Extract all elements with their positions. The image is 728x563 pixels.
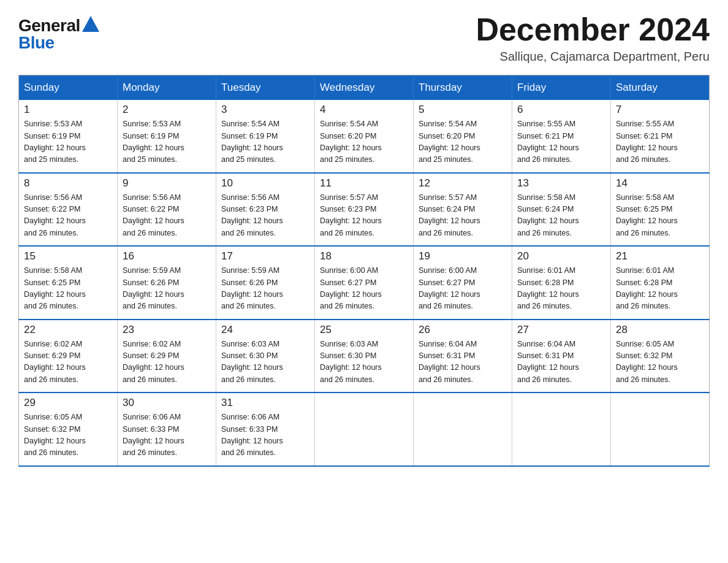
table-row bbox=[315, 393, 414, 466]
table-row: 27 Sunrise: 6:04 AM Sunset: 6:31 PM Dayl… bbox=[512, 320, 611, 393]
col-thursday: Thursday bbox=[414, 75, 512, 101]
day-number: 16 bbox=[123, 250, 211, 262]
day-number: 25 bbox=[320, 324, 408, 336]
table-row: 18 Sunrise: 6:00 AM Sunset: 6:27 PM Dayl… bbox=[315, 246, 414, 320]
table-row: 16 Sunrise: 5:59 AM Sunset: 6:26 PM Dayl… bbox=[118, 246, 216, 320]
table-row: 31 Sunrise: 6:06 AM Sunset: 6:33 PM Dayl… bbox=[216, 393, 315, 466]
day-info: Sunrise: 5:56 AM Sunset: 6:22 PM Dayligh… bbox=[123, 192, 211, 240]
page-title: December 2024 bbox=[476, 12, 710, 47]
day-number: 8 bbox=[24, 177, 112, 190]
col-sunday: Sunday bbox=[19, 75, 118, 101]
table-row: 8 Sunrise: 5:56 AM Sunset: 6:22 PM Dayli… bbox=[19, 173, 118, 247]
day-info: Sunrise: 5:58 AM Sunset: 6:24 PM Dayligh… bbox=[517, 192, 605, 240]
table-row: 20 Sunrise: 6:01 AM Sunset: 6:28 PM Dayl… bbox=[512, 246, 611, 320]
day-number: 5 bbox=[419, 104, 507, 116]
day-info: Sunrise: 6:02 AM Sunset: 6:29 PM Dayligh… bbox=[123, 339, 211, 386]
day-number: 11 bbox=[320, 177, 408, 190]
table-row: 21 Sunrise: 6:01 AM Sunset: 6:28 PM Dayl… bbox=[611, 246, 710, 320]
day-info: Sunrise: 5:54 AM Sunset: 6:19 PM Dayligh… bbox=[221, 118, 309, 166]
calendar-week-row: 29 Sunrise: 6:05 AM Sunset: 6:32 PM Dayl… bbox=[19, 393, 710, 466]
day-number: 4 bbox=[320, 104, 408, 116]
table-row: 2 Sunrise: 5:53 AM Sunset: 6:19 PM Dayli… bbox=[118, 100, 216, 173]
table-row: 28 Sunrise: 6:05 AM Sunset: 6:32 PM Dayl… bbox=[611, 320, 710, 393]
table-row: 19 Sunrise: 6:00 AM Sunset: 6:27 PM Dayl… bbox=[414, 246, 512, 320]
subtitle: Sallique, Cajamarca Department, Peru bbox=[476, 50, 710, 64]
day-info: Sunrise: 6:04 AM Sunset: 6:31 PM Dayligh… bbox=[517, 339, 605, 386]
table-row: 5 Sunrise: 5:54 AM Sunset: 6:20 PM Dayli… bbox=[414, 100, 512, 173]
day-number: 23 bbox=[123, 324, 211, 336]
day-number: 10 bbox=[221, 177, 309, 190]
calendar-table: Sunday Monday Tuesday Wednesday Thursday… bbox=[18, 75, 710, 467]
col-saturday: Saturday bbox=[611, 75, 710, 101]
day-info: Sunrise: 5:59 AM Sunset: 6:26 PM Dayligh… bbox=[123, 265, 211, 313]
day-number: 2 bbox=[123, 104, 211, 116]
table-row: 29 Sunrise: 6:05 AM Sunset: 6:32 PM Dayl… bbox=[19, 393, 118, 466]
day-number: 29 bbox=[24, 397, 112, 409]
day-info: Sunrise: 6:00 AM Sunset: 6:27 PM Dayligh… bbox=[419, 265, 507, 313]
table-row: 10 Sunrise: 5:56 AM Sunset: 6:23 PM Dayl… bbox=[216, 173, 315, 247]
day-number: 26 bbox=[419, 324, 507, 336]
day-number: 24 bbox=[221, 324, 309, 336]
day-number: 21 bbox=[616, 250, 704, 262]
day-info: Sunrise: 5:55 AM Sunset: 6:21 PM Dayligh… bbox=[616, 118, 704, 166]
logo-icon bbox=[82, 16, 99, 32]
day-info: Sunrise: 6:00 AM Sunset: 6:27 PM Dayligh… bbox=[320, 265, 408, 313]
day-number: 6 bbox=[517, 104, 605, 116]
day-info: Sunrise: 5:53 AM Sunset: 6:19 PM Dayligh… bbox=[24, 118, 112, 166]
col-wednesday: Wednesday bbox=[315, 75, 414, 101]
day-number: 14 bbox=[616, 177, 704, 190]
day-number: 31 bbox=[221, 397, 309, 409]
day-info: Sunrise: 5:57 AM Sunset: 6:24 PM Dayligh… bbox=[419, 192, 507, 240]
day-info: Sunrise: 5:58 AM Sunset: 6:25 PM Dayligh… bbox=[24, 265, 112, 313]
day-info: Sunrise: 6:05 AM Sunset: 6:32 PM Dayligh… bbox=[616, 339, 704, 386]
table-row: 11 Sunrise: 5:57 AM Sunset: 6:23 PM Dayl… bbox=[315, 173, 414, 247]
table-row: 3 Sunrise: 5:54 AM Sunset: 6:19 PM Dayli… bbox=[216, 100, 315, 173]
table-row: 24 Sunrise: 6:03 AM Sunset: 6:30 PM Dayl… bbox=[216, 320, 315, 393]
day-info: Sunrise: 5:58 AM Sunset: 6:25 PM Dayligh… bbox=[616, 192, 704, 240]
table-row: 1 Sunrise: 5:53 AM Sunset: 6:19 PM Dayli… bbox=[19, 100, 118, 173]
table-row bbox=[512, 393, 611, 466]
logo-blue-text: Blue bbox=[18, 34, 55, 52]
day-info: Sunrise: 6:03 AM Sunset: 6:30 PM Dayligh… bbox=[320, 339, 408, 386]
logo-general-text: General bbox=[18, 17, 80, 34]
table-row: 12 Sunrise: 5:57 AM Sunset: 6:24 PM Dayl… bbox=[414, 173, 512, 247]
table-row: 25 Sunrise: 6:03 AM Sunset: 6:30 PM Dayl… bbox=[315, 320, 414, 393]
col-monday: Monday bbox=[118, 75, 216, 101]
table-row: 7 Sunrise: 5:55 AM Sunset: 6:21 PM Dayli… bbox=[611, 100, 710, 173]
day-info: Sunrise: 5:55 AM Sunset: 6:21 PM Dayligh… bbox=[517, 118, 605, 166]
table-row: 6 Sunrise: 5:55 AM Sunset: 6:21 PM Dayli… bbox=[512, 100, 611, 173]
day-info: Sunrise: 5:56 AM Sunset: 6:23 PM Dayligh… bbox=[221, 192, 309, 240]
day-number: 13 bbox=[517, 177, 605, 190]
table-row: 13 Sunrise: 5:58 AM Sunset: 6:24 PM Dayl… bbox=[512, 173, 611, 247]
table-row: 14 Sunrise: 5:58 AM Sunset: 6:25 PM Dayl… bbox=[611, 173, 710, 247]
day-info: Sunrise: 5:54 AM Sunset: 6:20 PM Dayligh… bbox=[320, 118, 408, 166]
day-info: Sunrise: 5:56 AM Sunset: 6:22 PM Dayligh… bbox=[24, 192, 112, 240]
table-row: 15 Sunrise: 5:58 AM Sunset: 6:25 PM Dayl… bbox=[19, 246, 118, 320]
day-number: 12 bbox=[419, 177, 507, 190]
calendar-week-row: 22 Sunrise: 6:02 AM Sunset: 6:29 PM Dayl… bbox=[19, 320, 710, 393]
day-number: 22 bbox=[24, 324, 112, 336]
col-tuesday: Tuesday bbox=[216, 75, 315, 101]
day-info: Sunrise: 6:06 AM Sunset: 6:33 PM Dayligh… bbox=[221, 412, 309, 459]
day-info: Sunrise: 6:03 AM Sunset: 6:30 PM Dayligh… bbox=[221, 339, 309, 386]
day-number: 9 bbox=[123, 177, 211, 190]
day-info: Sunrise: 6:05 AM Sunset: 6:32 PM Dayligh… bbox=[24, 412, 112, 459]
day-number: 18 bbox=[320, 250, 408, 262]
calendar-header-row: Sunday Monday Tuesday Wednesday Thursday… bbox=[19, 75, 710, 101]
day-info: Sunrise: 5:53 AM Sunset: 6:19 PM Dayligh… bbox=[123, 118, 211, 166]
day-info: Sunrise: 6:02 AM Sunset: 6:29 PM Dayligh… bbox=[24, 339, 112, 386]
day-info: Sunrise: 5:57 AM Sunset: 6:23 PM Dayligh… bbox=[320, 192, 408, 240]
day-number: 28 bbox=[616, 324, 704, 336]
day-info: Sunrise: 6:01 AM Sunset: 6:28 PM Dayligh… bbox=[517, 265, 605, 313]
table-row: 4 Sunrise: 5:54 AM Sunset: 6:20 PM Dayli… bbox=[315, 100, 414, 173]
table-row: 26 Sunrise: 6:04 AM Sunset: 6:31 PM Dayl… bbox=[414, 320, 512, 393]
table-row: 30 Sunrise: 6:06 AM Sunset: 6:33 PM Dayl… bbox=[118, 393, 216, 466]
day-info: Sunrise: 5:59 AM Sunset: 6:26 PM Dayligh… bbox=[221, 265, 309, 313]
day-number: 20 bbox=[517, 250, 605, 262]
day-number: 15 bbox=[24, 250, 112, 262]
day-number: 19 bbox=[419, 250, 507, 262]
day-number: 17 bbox=[221, 250, 309, 262]
day-number: 3 bbox=[221, 104, 309, 116]
col-friday: Friday bbox=[512, 75, 611, 101]
day-number: 7 bbox=[616, 104, 704, 116]
